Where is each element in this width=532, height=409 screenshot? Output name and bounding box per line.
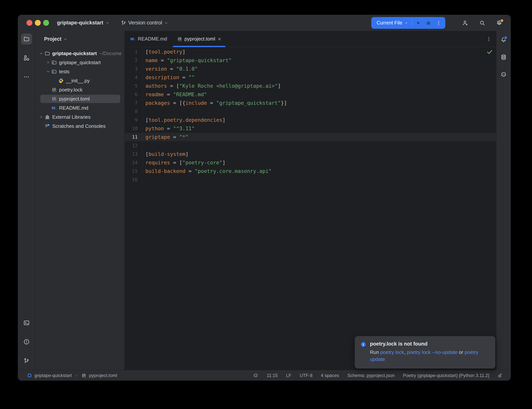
unlocked-status-widget[interactable] [497, 373, 503, 378]
tree-item-pyproject-toml[interactable]: [T]pyproject.toml [35, 94, 124, 103]
vcs-tool-icon [23, 357, 30, 364]
minimize-window-button[interactable] [35, 20, 41, 26]
editor-tab-readme-md[interactable]: M↓README.md [125, 31, 172, 47]
code-line[interactable]: 8 [125, 107, 496, 116]
project-name-widget[interactable]: griptape-quickstart [57, 20, 110, 26]
project-name-label: griptape-quickstart [57, 20, 103, 26]
status-widget-label: 4 spaces [321, 373, 339, 378]
editor-tab-pyproject-toml[interactable]: [T]pyproject.toml× [172, 31, 226, 47]
inspection-ok-icon[interactable] [486, 49, 493, 55]
code-line[interactable]: 1[tool.poetry] [125, 47, 496, 56]
vcs-tool-button[interactable] [21, 355, 32, 366]
package-folder-icon [51, 69, 57, 74]
code-line[interactable]: 16 [125, 175, 496, 184]
status-widget-label: Poetry (griptape-quickstart) [Python 3.1… [403, 373, 489, 378]
chevron-down-icon[interactable] [45, 69, 51, 74]
code-line[interactable]: 4description = "" [125, 73, 496, 82]
markdown-icon: M↓ [51, 105, 57, 111]
module-icon [27, 373, 32, 378]
tree-item-init-py[interactable]: __init__.py [35, 76, 124, 85]
info-icon [360, 342, 366, 347]
chevron-right-icon[interactable] [38, 115, 45, 119]
status-widget-label: Schema: pyproject.json [348, 373, 394, 378]
vcs-widget[interactable]: Version control [121, 20, 169, 26]
tree-item-readme-md[interactable]: M↓README.md [35, 103, 124, 112]
add-user-button[interactable] [461, 19, 469, 27]
code-text: [build-system] [143, 151, 189, 157]
run-button[interactable] [413, 18, 423, 28]
code-line[interactable]: 14requires = ["poetry-core"] [125, 158, 496, 167]
more-run-options-button[interactable] [433, 18, 444, 28]
code-text: description = "" [143, 74, 195, 80]
add-user-icon [462, 20, 468, 26]
editor-column: M↓README.md[T]pyproject.toml× 1[tool.poe… [125, 31, 496, 370]
copilot-status-widget[interactable] [253, 373, 258, 378]
problems-tool-icon [23, 339, 30, 345]
kebab-icon [436, 20, 441, 26]
ai-assistant-button[interactable] [499, 70, 508, 79]
more-tools-button[interactable] [21, 71, 32, 82]
tree-item-tests[interactable]: tests [35, 67, 124, 76]
close-tab-icon[interactable]: × [218, 36, 221, 42]
status-widget-utf-8[interactable]: UTF-8 [300, 373, 312, 378]
toml-icon: [T] [51, 87, 57, 93]
code-line[interactable]: 10python = "^3.11" [125, 124, 496, 133]
notification-text: Run [370, 349, 380, 355]
line-number: 4 [125, 73, 143, 82]
status-widget-schema-pyproject-json[interactable]: Schema: pyproject.json [348, 373, 394, 378]
chevron-right-icon[interactable] [45, 60, 51, 65]
code-line[interactable]: 6readme = "README.md" [125, 90, 496, 99]
svg-text:[T]: [T] [53, 90, 56, 93]
run-configuration-label: Current File [376, 20, 402, 26]
run-configuration-selector[interactable]: Current File [376, 20, 412, 26]
debug-button[interactable] [423, 18, 433, 28]
notification-text: , [404, 349, 407, 355]
tree-item-label: griptape-quickstart [52, 51, 97, 56]
tab-label: pyproject.toml [184, 36, 215, 42]
status-widget-poetry-griptape-quickstart-python-3-11-2[interactable]: Poetry (griptape-quickstart) [Python 3.1… [403, 373, 489, 378]
breadcrumb-griptape-quickstart[interactable]: griptape-quickstart [27, 373, 72, 378]
close-window-button[interactable] [27, 20, 32, 26]
tree-item-poetry-lock[interactable]: [T]poetry.lock [35, 85, 124, 94]
run-icon [415, 20, 421, 26]
notification-content: poetry.lock is not found Run poetry lock… [370, 341, 486, 363]
breadcrumb-pyproject-toml[interactable]: [T]pyproject.toml [81, 373, 117, 378]
tree-item-scratches-and-consoles[interactable]: Scratches and Consoles [35, 121, 124, 131]
code-line[interactable]: 2name = "griptape-quickstart" [125, 56, 496, 65]
tree-item-external-libraries[interactable]: External Libraries [35, 112, 124, 121]
code-text: readme = "README.md" [143, 92, 207, 97]
project-tool-icon [23, 36, 30, 42]
status-widget-4-spaces[interactable]: 4 spaces [321, 373, 339, 378]
project-tool-button[interactable] [21, 34, 32, 45]
chevron-down-icon[interactable] [38, 51, 45, 56]
code-line[interactable]: 12 [125, 141, 496, 150]
notification-link-poetry-lock-no-update[interactable]: poetry lock --no-update [407, 349, 457, 355]
code-line[interactable]: 13[build-system] [125, 150, 496, 158]
status-widget-11-15[interactable]: 11:15 [266, 373, 277, 378]
code-editor[interactable]: 1[tool.poetry]2name = "griptape-quicksta… [125, 47, 496, 370]
tab-options-kebab-icon[interactable] [486, 36, 492, 42]
notifications-bell-button[interactable] [499, 35, 508, 45]
code-line[interactable]: 11griptape = "*" [125, 133, 496, 141]
problems-tool-button[interactable] [21, 336, 32, 347]
code-line[interactable]: 5authors = ["Kyle Roche <hello@griptape.… [125, 82, 496, 90]
search-everywhere-button[interactable] [478, 19, 486, 27]
tree-item-griptape-quickstart[interactable]: griptape-quickstart~/Docume [35, 49, 124, 58]
tree-item-label: poetry.lock [59, 87, 83, 93]
status-widget-lf[interactable]: LF [286, 373, 291, 378]
code-line[interactable]: 7packages = [{include = "griptape_quicks… [125, 99, 496, 107]
settings-button[interactable] [495, 19, 503, 27]
structure-tool-button[interactable] [21, 52, 32, 64]
unlocked-icon [497, 373, 503, 378]
zoom-window-button[interactable] [43, 20, 49, 26]
terminal-tool-button[interactable] [21, 317, 32, 328]
notification-link-poetry-lock[interactable]: poetry lock [380, 349, 404, 355]
project-panel-title: Project [44, 36, 62, 42]
database-tool-button[interactable] [499, 52, 508, 62]
code-text: packages = [{include = "griptape_quickst… [143, 100, 287, 106]
project-panel-header[interactable]: Project [35, 34, 124, 44]
code-line[interactable]: 3version = "0.1.0" [125, 65, 496, 73]
code-line[interactable]: 15build-backend = "poetry.core.masonry.a… [125, 167, 496, 175]
code-line[interactable]: 9[tool.poetry.dependencies] [125, 116, 496, 124]
tree-item-griptape-quickstart[interactable]: griptape_quickstart [35, 58, 124, 67]
